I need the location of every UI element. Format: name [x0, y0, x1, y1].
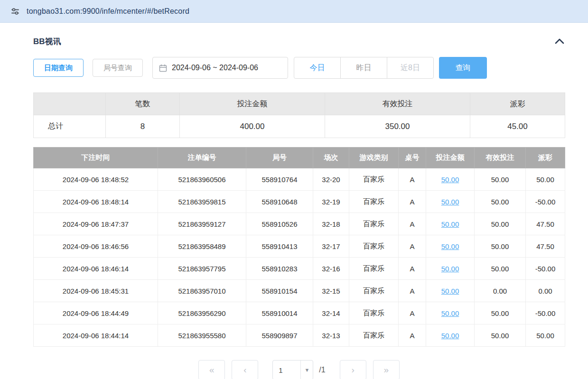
- payout-cell: -50.00: [526, 302, 565, 324]
- date-range-picker[interactable]: 2024-09-06 ~ 2024-09-06: [152, 57, 288, 79]
- bet-time-cell: 2024-09-06 18:47:37: [34, 213, 158, 235]
- summary-header-count: 笔数: [106, 93, 180, 115]
- bet-amount-link[interactable]: 50.00: [441, 265, 459, 273]
- bet-amount-link[interactable]: 50.00: [441, 332, 459, 340]
- bet-amount-link[interactable]: 50.00: [441, 287, 459, 295]
- table-no-cell: A: [399, 324, 426, 347]
- payout-cell: 47.50: [526, 235, 565, 258]
- yesterday-button[interactable]: 昨日: [340, 57, 387, 79]
- header-round-id: 局号: [246, 148, 313, 168]
- game-type-cell: 百家乐: [349, 235, 399, 258]
- bet-amount-link[interactable]: 50.00: [441, 220, 459, 228]
- filter-toolbar: 日期查询 局号查询 2024-09-06 ~ 2024-09-06 今日 昨日 …: [33, 57, 565, 79]
- table-row: 2024-09-06 18:47:37 521863959127 5589105…: [34, 213, 565, 235]
- bet-amount-link[interactable]: 50.00: [441, 198, 459, 206]
- round-id-cell: 558910283: [246, 258, 313, 280]
- bet-amount-cell: 50.00: [426, 324, 475, 347]
- page-total-label: /1: [319, 366, 325, 374]
- table-row: 2024-09-06 18:46:56 521863958489 5589104…: [34, 235, 565, 258]
- game-type-cell: 百家乐: [349, 280, 399, 302]
- table-row: 2024-09-06 18:44:14 521863955580 5589098…: [34, 324, 565, 347]
- valid-bet-cell: 0.00: [475, 280, 526, 302]
- session-cell: 32-19: [313, 191, 349, 213]
- order-id-cell: 521863956290: [158, 302, 246, 324]
- page-number-select[interactable]: 1 ▼: [272, 360, 313, 379]
- table-no-cell: A: [399, 235, 426, 258]
- round-id-cell: 558910154: [246, 280, 313, 302]
- header-payout: 派彩: [526, 148, 565, 168]
- order-id-cell: 521863958489: [158, 235, 246, 258]
- valid-bet-cell: 50.00: [475, 213, 526, 235]
- valid-bet-cell: 50.00: [475, 258, 526, 280]
- round-id-cell: 558909897: [246, 324, 313, 347]
- payout-cell: -50.00: [526, 191, 565, 213]
- quick-date-button-group: 今日 昨日 近8日: [294, 57, 434, 79]
- bet-table-header-row: 下注时间 注单编号 局号 场次 游戏类别 桌号 投注金额 有效投注 派彩: [34, 148, 565, 168]
- session-cell: 32-13: [313, 324, 349, 347]
- table-no-cell: A: [399, 168, 426, 191]
- valid-bet-cell: 50.00: [475, 168, 526, 191]
- site-settings-icon[interactable]: [10, 7, 20, 16]
- bet-time-cell: 2024-09-06 18:45:31: [34, 280, 158, 302]
- payout-cell: 50.00: [526, 168, 565, 191]
- first-page-button[interactable]: «: [198, 360, 225, 379]
- next-page-icon: ›: [352, 365, 355, 375]
- first-page-icon: «: [209, 365, 215, 375]
- round-id-cell: 558910764: [246, 168, 313, 191]
- table-no-cell: A: [399, 258, 426, 280]
- order-id-cell: 521863957795: [158, 258, 246, 280]
- prev-page-button[interactable]: ‹: [232, 360, 258, 379]
- summary-count-value: 8: [106, 115, 180, 138]
- bet-amount-link[interactable]: 50.00: [441, 242, 459, 250]
- game-type-cell: 百家乐: [349, 213, 399, 235]
- summary-valid-bet-value: 350.00: [325, 115, 470, 138]
- summary-table: 笔数 投注金额 有效投注 派彩 总计 8 400.00 350.00 45.00: [33, 92, 565, 138]
- last-8-days-button[interactable]: 近8日: [387, 57, 434, 79]
- bet-amount-cell: 50.00: [426, 213, 475, 235]
- table-row: 2024-09-06 18:45:31 521863957010 5589101…: [34, 280, 565, 302]
- prev-page-icon: ‹: [243, 365, 246, 375]
- panel-header: BB视讯: [33, 34, 565, 48]
- game-type-cell: 百家乐: [349, 302, 399, 324]
- header-order-id: 注单编号: [158, 148, 246, 168]
- valid-bet-cell: 50.00: [475, 324, 526, 347]
- header-table-no: 桌号: [399, 148, 426, 168]
- valid-bet-cell: 50.00: [475, 191, 526, 213]
- summary-header-row: 笔数 投注金额 有效投注 派彩: [34, 93, 565, 115]
- round-id-cell: 558910526: [246, 213, 313, 235]
- summary-header-valid-bet: 有效投注: [325, 93, 470, 115]
- table-row: 2024-09-06 18:44:49 521863956290 5589100…: [34, 302, 565, 324]
- header-session: 场次: [313, 148, 349, 168]
- url-text[interactable]: tongbao31.com:9900/infe/mcenter/#/betRec…: [27, 7, 189, 16]
- session-cell: 32-18: [313, 213, 349, 235]
- bet-amount-cell: 50.00: [426, 258, 475, 280]
- order-id-cell: 521863959815: [158, 191, 246, 213]
- valid-bet-cell: 50.00: [475, 235, 526, 258]
- next-page-button[interactable]: ›: [340, 360, 366, 379]
- bet-amount-link[interactable]: 50.00: [441, 176, 459, 184]
- round-query-tab-button[interactable]: 局号查询: [93, 59, 143, 77]
- payout-cell: -50.00: [526, 258, 565, 280]
- date-range-value: 2024-09-06 ~ 2024-09-06: [172, 64, 258, 72]
- bet-record-panel: BB视讯 日期查询 局号查询 2024-09-06 ~ 2024-09-06 今…: [0, 34, 588, 379]
- summary-header-blank: [34, 93, 106, 115]
- header-valid-bet: 有效投注: [475, 148, 526, 168]
- session-cell: 32-17: [313, 235, 349, 258]
- search-button[interactable]: 查询: [439, 57, 487, 79]
- today-button[interactable]: 今日: [294, 57, 341, 79]
- session-cell: 32-16: [313, 258, 349, 280]
- order-id-cell: 521863957010: [158, 280, 246, 302]
- game-type-cell: 百家乐: [349, 168, 399, 191]
- summary-bet-amount-value: 400.00: [180, 115, 325, 138]
- last-page-button[interactable]: »: [373, 360, 400, 379]
- bet-amount-cell: 50.00: [426, 280, 475, 302]
- chevron-down-icon: ▼: [300, 361, 313, 379]
- session-cell: 32-20: [313, 168, 349, 191]
- order-id-cell: 521863960506: [158, 168, 246, 191]
- bet-time-cell: 2024-09-06 18:46:56: [34, 235, 158, 258]
- date-query-tab-button[interactable]: 日期查询: [33, 59, 84, 77]
- collapse-chevron-up-icon[interactable]: [554, 38, 565, 45]
- bet-amount-link[interactable]: 50.00: [441, 309, 459, 317]
- bet-record-table: 下注时间 注单编号 局号 场次 游戏类别 桌号 投注金额 有效投注 派彩 202…: [33, 147, 565, 347]
- bet-amount-cell: 50.00: [426, 302, 475, 324]
